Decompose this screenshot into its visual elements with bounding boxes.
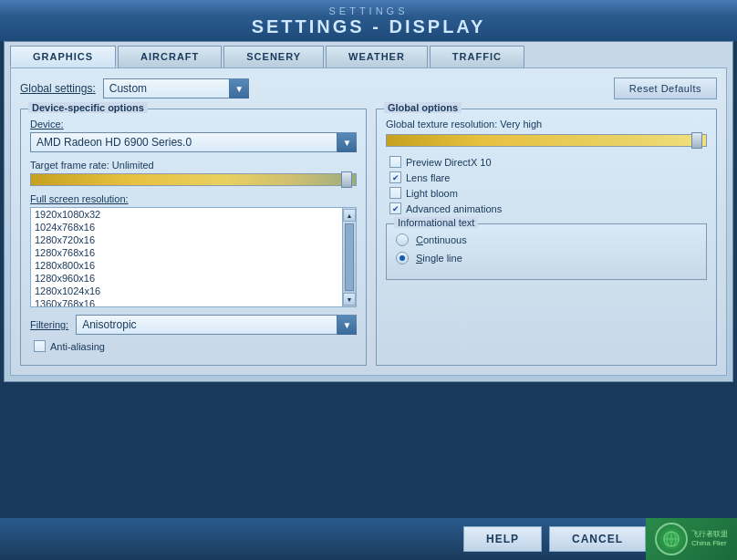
filtering-row: Filtering: Anisotropic Bilinear Trilinea… [30,315,357,335]
content-panel: Global settings: Custom Ultra High Mediu… [10,67,727,376]
resolution-item[interactable]: 1280x768x16 [31,246,342,259]
logo-area: 飞行者联盟 China Flier [646,518,737,560]
anti-aliasing-checkbox[interactable] [34,340,46,352]
global-settings-dropdown-wrapper: Custom Ultra High Medium Low ▼ [103,78,249,99]
main-container: GRAPHICS AIRCRAFT SCENERY WEATHER TRAFFI… [4,41,733,382]
title-bar: SETTINGS SETTINGS - DISPLAY [0,0,737,41]
preview-dx10-row: Preview DirectX 10 [386,156,707,168]
cancel-button[interactable]: CANCEL [549,526,646,552]
continuous-radio-row: Continuous [396,233,697,246]
global-settings-left: Global settings: Custom Ultra High Mediu… [20,78,249,99]
global-settings-select[interactable]: Custom Ultra High Medium Low [103,78,249,99]
resolution-item[interactable]: 1360x768x16 [31,297,342,307]
filtering-label: Filtering: [30,319,68,330]
resolution-item[interactable]: 1280x720x16 [31,233,342,246]
reset-defaults-button[interactable]: Reset Defaults [614,78,717,99]
preview-dx10-checkbox[interactable] [389,156,401,168]
global-texture-label: Global texture resolution: Very high [386,119,707,130]
continuous-label: Continuous [416,234,467,245]
global-settings-label: Global settings: [20,82,96,95]
tab-traffic[interactable]: TRAFFIC [430,46,524,67]
preview-dx10-label: Preview DirectX 10 [406,157,492,168]
scroll-down-button[interactable]: ▼ [343,293,356,306]
anti-aliasing-row: Anti-aliasing [30,340,357,352]
light-bloom-label: Light bloom [406,188,458,199]
lens-flare-row: ✔ Lens flare [386,171,707,183]
single-line-radio[interactable] [396,252,409,264]
bottom-bar: HELP CANCEL 飞行者联盟 China Flier [0,518,737,560]
resolution-item[interactable]: 1280x800x16 [31,259,342,272]
global-texture-slider[interactable] [386,134,707,147]
filtering-dropdown-wrapper: Anisotropic Bilinear Trilinear ▼ [76,315,357,335]
tab-scenery[interactable]: SCENERY [223,46,324,67]
tab-graphics[interactable]: GRAPHICS [10,46,116,67]
resolution-item[interactable]: 1280x1024x16 [31,285,342,297]
device-dropdown-wrapper: AMD Radeon HD 6900 Series.0 ▼ [30,132,357,152]
continuous-radio[interactable] [396,233,409,246]
resolution-scrollbar[interactable]: ▲ ▼ [342,207,357,307]
tab-weather[interactable]: WEATHER [326,46,428,67]
anti-aliasing-label: Anti-aliasing [50,341,105,352]
resolution-list[interactable]: 1920x1080x32 1024x768x16 1280x720x16 128… [30,207,342,307]
help-button[interactable]: HELP [463,526,542,552]
logo-text: 飞行者联盟 China Flier [688,530,728,549]
resolution-list-wrapper: 1920x1080x32 1024x768x16 1280x720x16 128… [30,207,357,307]
device-group-title: Device-specific options [28,102,148,113]
global-options-group-box: Global options Global texture resolution… [376,109,717,366]
resolution-label: Full screen resolution: [30,193,357,204]
single-line-label: Single line [416,253,462,264]
logo-icon [655,523,688,555]
global-texture-slider-thumb[interactable] [691,132,702,149]
single-line-radio-row: Single line [396,252,697,264]
light-bloom-checkbox[interactable] [389,187,401,199]
logo-svg [661,529,681,549]
title-sub: SETTINGS - DISPLAY [0,16,737,37]
device-label: Device: [30,119,357,130]
tab-bar: GRAPHICS AIRCRAFT SCENERY WEATHER TRAFFI… [5,42,732,67]
lens-flare-checkbox[interactable]: ✔ [389,171,401,183]
target-frame-label: Target frame rate: Unlimited [30,160,357,171]
global-settings-row: Global settings: Custom Ultra High Mediu… [20,78,717,99]
target-frame-slider[interactable] [30,173,357,186]
resolution-item[interactable]: 1920x1080x32 [31,208,342,221]
global-options-title: Global options [384,102,462,113]
scroll-track [345,223,354,291]
tab-aircraft[interactable]: AIRCRAFT [118,46,222,67]
advanced-animations-checkbox[interactable]: ✔ [389,202,401,214]
title-main: SETTINGS [0,5,737,16]
light-bloom-row: Light bloom [386,187,707,199]
advanced-animations-row: ✔ Advanced animations [386,202,707,214]
advanced-animations-label: Advanced animations [406,203,502,214]
device-select[interactable]: AMD Radeon HD 6900 Series.0 [30,132,357,152]
two-col-layout: Device-specific options Device: AMD Rade… [20,109,717,366]
single-line-radio-inner [400,255,405,261]
device-group-box: Device-specific options Device: AMD Rade… [20,109,367,366]
filtering-select[interactable]: Anisotropic Bilinear Trilinear [76,315,357,335]
info-group-title: Informational text [394,217,478,228]
lens-flare-label: Lens flare [406,172,450,183]
info-group-box: Informational text Continuous Single lin… [386,223,707,280]
resolution-item[interactable]: 1280x960x16 [31,272,342,285]
resolution-item[interactable]: 1024x768x16 [31,221,342,233]
scroll-up-button[interactable]: ▲ [343,209,356,222]
target-frame-slider-thumb[interactable] [341,171,352,188]
